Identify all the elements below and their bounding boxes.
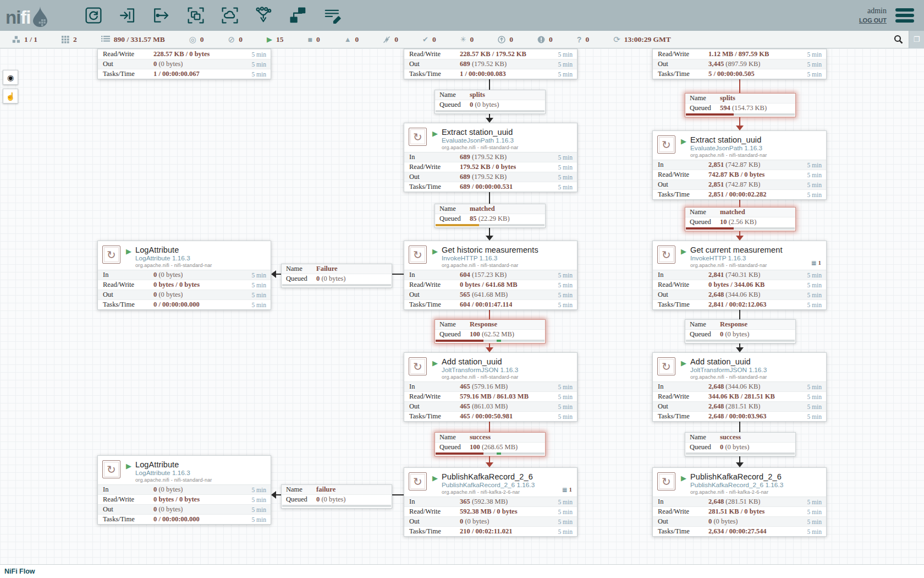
processor-type: PublishKafkaRecord_2_6 1.16.3: [690, 482, 783, 489]
stat-row-in: In2,841 (740.31 KB)5 min: [653, 270, 826, 280]
connection-label-matched-mid[interactable]: NamematchedQueued85 (22.29 KB): [435, 204, 546, 228]
processor-extract-station-uuid-mid[interactable]: ↻▶Extract station_uuidEvaluateJsonPath 1…: [404, 123, 578, 192]
processor-publish-kafka-right[interactable]: ↻▶PublishKafkaRecord_2_6PublishKafkaReco…: [652, 467, 827, 537]
connection-label-failure-bottom[interactable]: NamefailureQueued0 (0 bytes): [281, 484, 392, 509]
status-value: 0: [316, 35, 320, 44]
connection-name-row: Namesuccess: [685, 433, 795, 442]
up-to-date-icon: ✔: [422, 36, 428, 43]
connection-queued-row: Queued85 (22.29 KB): [435, 214, 545, 223]
last-refreshed-time: 13:00:29 GMT: [624, 35, 671, 44]
status-item: ▲0: [344, 35, 359, 44]
status-item: ■0: [307, 35, 320, 44]
processor-extract-station-uuid-right[interactable]: ↻▶Extract station_uuidEvaluateJsonPath 1…: [652, 130, 827, 200]
pan-hand-button[interactable]: ☝: [3, 89, 18, 103]
status-value: 2: [73, 35, 77, 44]
stat-row-out: Out0 (0 bytes)5 min: [98, 59, 271, 69]
stat-row-read-write: Read/Write0 bytes / 641.68 MB5 min: [404, 280, 577, 290]
processor-type: InvokeHTTP 1.16.3: [690, 255, 783, 262]
funnel-tool-icon[interactable]: [253, 4, 275, 26]
connection-queued-row: Queued0 (0 bytes): [685, 329, 795, 339]
processor-get-historic-measurements[interactable]: ↻▶Get historic measurementsInvokeHTTP 1.…: [404, 241, 578, 310]
global-menu-icon[interactable]: [895, 8, 914, 23]
template-tool-icon[interactable]: [287, 4, 309, 26]
connection-label-matched-right[interactable]: NamematchedQueued10 (2.56 KB): [685, 207, 796, 231]
processor-header: ↻▶PublishKafkaRecord_2_6PublishKafkaReco…: [653, 468, 826, 497]
processor-stamp-icon: ↻: [657, 357, 675, 375]
processor-publish-kafka-mid[interactable]: ↻▶PublishKafkaRecord_2_6PublishKafkaReco…: [404, 467, 578, 537]
processor-bundle: org.apache.nifi - nifi-standard-nar: [690, 374, 767, 380]
stat-row-read-write: Read/Write0 bytes / 0 bytes5 min: [98, 280, 271, 290]
connection-label-response-right[interactable]: NameResponseQueued0 (0 bytes): [685, 319, 796, 343]
connection-name-row: Namesuccess: [435, 433, 545, 442]
arrowhead-down-icon: [486, 462, 493, 467]
status-item: ✔0: [422, 35, 436, 44]
stat-row-read-write: Read/Write281.51 KB / 0 bytes5 min: [653, 506, 826, 516]
connection-label-splits-right[interactable]: NamesplitsQueued594 (154.73 KB): [685, 93, 796, 117]
input-port-tool-icon[interactable]: [117, 4, 139, 26]
stat-row-tasks-time: Tasks/Time1 / 00:00:00.0675 min: [98, 69, 271, 79]
processor-add-station-uuid-right[interactable]: ↻▶Add station_uuidJoltTransformJSON 1.16…: [652, 352, 827, 422]
stat-row-in: In365 (592.38 MB)5 min: [404, 497, 577, 506]
stat-row-read-write: Read/Write344.06 KB / 281.51 KB5 min: [653, 391, 826, 401]
processor-log-attribute-bottom[interactable]: ↻▶LogAttributeLogAttribute 1.16.3org.apa…: [97, 455, 271, 525]
birdseye-toggle-button[interactable]: ❐: [909, 31, 924, 48]
output-port-tool-icon[interactable]: [151, 4, 173, 26]
arrowhead-down-icon: [736, 347, 744, 352]
status-item: 1 / 1: [12, 35, 37, 44]
processor-top-mid[interactable]: Read/Write228.57 KB / 179.52 KB5 minOut6…: [404, 48, 578, 79]
status-value: 0: [432, 35, 436, 44]
process-group-tool-icon[interactable]: [185, 4, 207, 26]
search-button[interactable]: [888, 35, 909, 44]
operate-target-button[interactable]: ◉: [3, 70, 18, 85]
stat-row-tasks-time: Tasks/Time210 / 00:02:11.0215 min: [404, 526, 577, 536]
processor-stamp-icon: ↻: [657, 472, 675, 490]
processor-tool-icon[interactable]: [82, 4, 105, 26]
connection-label-success-mid[interactable]: NamesuccessQueued100 (268.65 MB): [435, 432, 546, 456]
connection-label-success-right[interactable]: NamesuccessQueued0 (0 bytes): [685, 432, 796, 456]
processor-top-right[interactable]: Read/Write1.12 MB / 897.59 KB5 minOut3,4…: [652, 48, 827, 79]
processor-stamp-icon: ↻: [102, 460, 120, 478]
processor-get-current-measurement[interactable]: ↻▶Get current measurementInvokeHTTP 1.16…: [652, 241, 827, 310]
processor-title: Get historic measurements: [442, 246, 538, 254]
queue-percent-fill: [436, 452, 483, 455]
stat-row-read-write: Read/Write592.38 MB / 0 bytes5 min: [404, 506, 577, 516]
hand-icon: ☝: [6, 92, 15, 101]
logout-link[interactable]: LOG OUT: [859, 17, 887, 25]
connection-line: [739, 78, 740, 93]
nifi-drop-icon: [32, 6, 48, 27]
connection-name-row: NameResponse: [685, 320, 795, 329]
status-value: 0: [200, 35, 204, 44]
logo-text-fi: fi: [20, 7, 30, 28]
connection-name-row: Namesplits: [435, 90, 545, 100]
remote-process-group-tool-icon[interactable]: [219, 4, 241, 26]
transmitting-icon: ◎: [189, 35, 196, 43]
running-status-icon: ▶: [432, 359, 438, 367]
stat-row-tasks-time: Tasks/Time2,851 / 00:00:02.2825 min: [653, 189, 826, 199]
flow-canvas[interactable]: Read/Write228.57 KB / 0 bytes5 minOut0 (…: [0, 48, 924, 565]
stat-row-tasks-time: Tasks/Time465 / 00:00:50.9815 min: [404, 411, 577, 421]
processor-stamp-icon: ↻: [657, 135, 675, 154]
processor-stamp-icon: ↻: [409, 128, 427, 146]
processor-add-station-uuid-mid[interactable]: ↻▶Add station_uuidJoltTransformJSON 1.16…: [404, 352, 578, 422]
search-icon: [894, 35, 903, 44]
nifi-logo: nifi: [0, 3, 48, 28]
connection-queued-row: Queued0 (0 bytes): [282, 274, 392, 283]
connection-label-response-mid[interactable]: NameResponseQueued100 (62.52 MB): [435, 319, 546, 343]
breadcrumb[interactable]: NiFi Flow: [4, 568, 35, 575]
queue-percent-track: [282, 505, 391, 507]
processor-top-left[interactable]: Read/Write228.57 KB / 0 bytes5 minOut0 (…: [97, 48, 271, 79]
component-toolbar: [82, 4, 343, 26]
label-tool-icon[interactable]: [321, 4, 343, 26]
connection-queued-row: Queued0 (0 bytes): [685, 442, 795, 452]
processor-stamp-icon: ↻: [409, 472, 427, 490]
refresh-icon[interactable]: ⟳: [613, 35, 620, 43]
refresh-status[interactable]: ⟳ 13:00:29 GMT: [613, 35, 671, 44]
processor-log-attribute-top[interactable]: ↻▶LogAttributeLogAttribute 1.16.3org.apa…: [97, 241, 271, 310]
processor-bundle: org.apache.nifi - nifi-standard-nar: [442, 374, 519, 380]
connection-label-splits-mid[interactable]: NamesplitsQueued0 (0 bytes): [435, 90, 546, 114]
stat-row-out: Out2,851 (742.87 KB)5 min: [653, 179, 826, 189]
queue-percent-track: [436, 110, 544, 112]
processor-type: EvaluateJsonPath 1.16.3: [442, 137, 519, 144]
connection-label-failure-top[interactable]: NameFailureQueued0 (0 bytes): [281, 264, 392, 288]
stat-row-in: In2,851 (742.87 KB)5 min: [653, 160, 826, 170]
